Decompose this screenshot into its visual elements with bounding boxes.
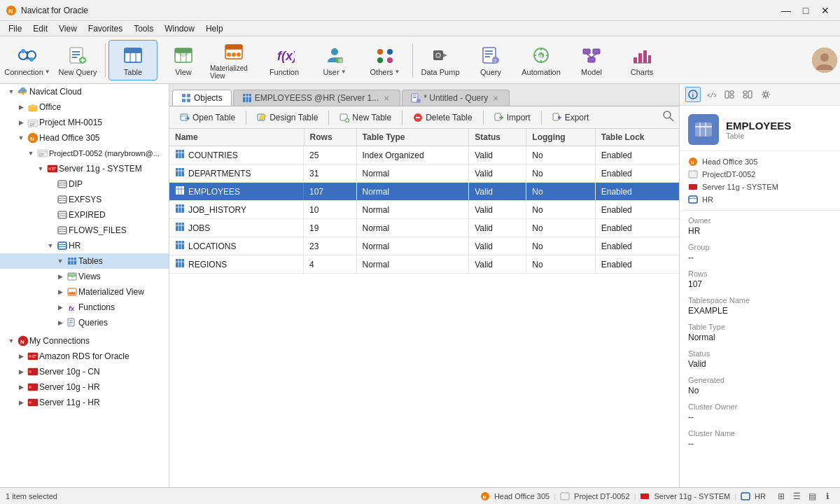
sidebar-item-my-connections[interactable]: ▼ N My Connections: [0, 333, 169, 349]
sidebar-item-project-mh[interactable]: ▶ DT Project MH-0015: [0, 115, 169, 130]
tab-employeess[interactable]: EMPLOYEESS @HR (Server 1... ✕: [233, 90, 401, 106]
open-table-button[interactable]: Open Table: [174, 110, 241, 125]
sidebar-item-amazon-rds[interactable]: ▶ Amazon RDS for Oracle: [0, 349, 169, 364]
property-label: Tablespace Name: [688, 296, 832, 304]
menu-file[interactable]: File: [3, 22, 27, 35]
statusbar-details-icon[interactable]: ▤: [805, 489, 819, 503]
property-value: --: [688, 253, 832, 262]
statusbar-info-icon[interactable]: ℹ: [820, 489, 834, 503]
obj-sep-5: [541, 111, 542, 125]
sidebar-item-mat-view[interactable]: ▶ Materialized View: [0, 284, 169, 300]
toolbar-query[interactable]: ? Query: [466, 40, 515, 80]
toolbar-user[interactable]: ⊞ User ▼: [310, 40, 359, 80]
ddl-icon[interactable]: </>: [704, 87, 719, 102]
tab-untitled-query[interactable]: * Untitled - Query ✕: [402, 90, 510, 106]
menu-help[interactable]: Help: [200, 22, 229, 35]
sidebar-item-expired[interactable]: EXPIRED: [0, 207, 169, 223]
col-logging[interactable]: Logging: [526, 129, 595, 146]
menu-view[interactable]: View: [53, 22, 83, 35]
user-avatar[interactable]: [812, 48, 837, 73]
server-11g-hr-label: Server 11g - HR: [39, 398, 100, 407]
sidebar-item-queries[interactable]: ▶ Queries: [0, 315, 169, 330]
sidebar-item-functions[interactable]: ▶ fx Functions: [0, 300, 169, 315]
design-table-button[interactable]: Design Table: [251, 110, 324, 125]
menu-favorites[interactable]: Favorites: [83, 22, 128, 35]
sidebar-item-hr[interactable]: ▼ HR: [0, 238, 169, 253]
export-button[interactable]: Export: [546, 110, 596, 125]
table-row[interactable]: COUNTRIES 25 Index Organized Valid No En…: [169, 146, 679, 164]
close-button[interactable]: ✕: [816, 3, 834, 18]
col-table-lock[interactable]: Table Lock: [595, 129, 679, 146]
table-row[interactable]: JOBS 19 Normal Valid No Enabled: [169, 219, 679, 237]
col-rows[interactable]: Rows: [304, 129, 356, 146]
tab-employeess-close[interactable]: ✕: [382, 93, 391, 103]
sidebar-item-dip[interactable]: DIP: [0, 176, 169, 192]
menu-edit[interactable]: Edit: [27, 22, 53, 35]
sidebar-item-tables[interactable]: ▼ Tables: [0, 253, 169, 269]
statusbar-connection-2: Project DT-0052: [574, 492, 629, 500]
row-table-icon: [175, 149, 185, 161]
new-table-button[interactable]: New Table: [333, 110, 398, 125]
col-table-type[interactable]: Table Type: [356, 129, 469, 146]
statusbar-list-icon[interactable]: ☰: [790, 489, 804, 503]
minimize-button[interactable]: —: [777, 3, 795, 18]
svg-point-5: [21, 49, 25, 53]
sidebar-item-navicat-cloud[interactable]: ▼ Navicat Cloud: [0, 84, 169, 99]
sidebar-item-head-office[interactable]: ▼ N Head Office 305: [0, 130, 169, 146]
toolbar-charts[interactable]: Charts: [617, 40, 666, 80]
toolbar-view[interactable]: View: [159, 40, 208, 80]
import-button[interactable]: Import: [488, 110, 537, 125]
property-label: Cluster Name: [688, 429, 832, 438]
right-panel-title: EMPLOYEES: [726, 120, 791, 132]
sidebar-item-server-11g[interactable]: ▼ Server 11g - SYSTEM: [0, 161, 169, 176]
menu-bar: File Edit View Favorites Tools Window He…: [0, 21, 840, 36]
sidebar-item-server-10g-hr[interactable]: ▶ Server 10g - HR: [0, 379, 169, 395]
delete-table-button[interactable]: Delete Table: [407, 110, 479, 125]
table-row[interactable]: JOB_HISTORY 10 Normal Valid No Enabled: [169, 201, 679, 219]
table-row[interactable]: EMPLOYEES 107 Normal Valid No Enabled: [169, 183, 679, 201]
statusbar-grid-icon[interactable]: ⊞: [774, 489, 788, 503]
statusbar-sep-3: |: [734, 492, 736, 500]
svg-rect-110: [182, 99, 186, 102]
tab-untitled-query-close[interactable]: ✕: [491, 93, 500, 103]
toolbar-connection[interactable]: Connection ▼: [3, 40, 52, 80]
toolbar-table[interactable]: Table: [108, 40, 158, 80]
svg-text:?: ?: [493, 58, 497, 64]
table-row[interactable]: DEPARTMENTS 31 Normal Valid No Enabled: [169, 164, 679, 183]
toolbar-data-pump[interactable]: Data Pump: [416, 40, 465, 80]
maximize-button[interactable]: □: [797, 3, 815, 18]
sidebar-item-views[interactable]: ▶ Views: [0, 269, 169, 284]
toolbar-others[interactable]: Others ▼: [360, 40, 410, 80]
data-pump-icon: [429, 44, 451, 66]
toolbar-materialized-view[interactable]: Materialized View: [209, 40, 258, 80]
menu-window[interactable]: Window: [159, 22, 200, 35]
sidebar-item-exfsys[interactable]: EXFSYS: [0, 192, 169, 207]
sidebar-item-server-10g-cn[interactable]: ▶ Server 10g - CN: [0, 364, 169, 379]
toolbar-new-query[interactable]: New Query: [53, 40, 102, 80]
settings-icon[interactable]: [758, 87, 774, 102]
table-row[interactable]: REGIONS 4 Normal Valid No Enabled: [169, 255, 679, 274]
toolbar-model[interactable]: Model: [567, 40, 616, 80]
layout-icon-2[interactable]: [740, 87, 755, 102]
col-name[interactable]: Name: [169, 129, 304, 146]
toolbar-automation[interactable]: ⚙ Automation: [517, 40, 566, 80]
sidebar-item-server-11g-hr[interactable]: ▶ Server 11g - HR: [0, 395, 169, 410]
sidebar-item-flows-files[interactable]: FLOWS_FILES: [0, 223, 169, 238]
property-item: StatusValid: [688, 349, 832, 369]
sidebar-item-office[interactable]: ▶ Office: [0, 99, 169, 115]
search-button[interactable]: [662, 110, 675, 125]
info-icon[interactable]: i: [685, 87, 701, 102]
table-row[interactable]: LOCATIONS 23 Normal Valid No Enabled: [169, 237, 679, 255]
svg-point-31: [331, 48, 338, 55]
svg-rect-101: [32, 357, 35, 358]
menu-tools[interactable]: Tools: [128, 22, 159, 35]
layout-icon-1[interactable]: [722, 87, 737, 102]
svg-rect-112: [243, 94, 251, 102]
statusbar-schema-icon: [741, 491, 750, 501]
property-item: Rows107: [688, 270, 832, 289]
tab-objects[interactable]: Objects: [172, 90, 232, 106]
toolbar-function[interactable]: f(x) Function: [260, 40, 309, 80]
sidebar-item-project-dt[interactable]: ▼ DT ProjectDT-0052 (marybrown@...: [0, 146, 169, 161]
toolbar-mat-view-label: Materialized View: [210, 64, 258, 80]
col-status[interactable]: Status: [469, 129, 526, 146]
